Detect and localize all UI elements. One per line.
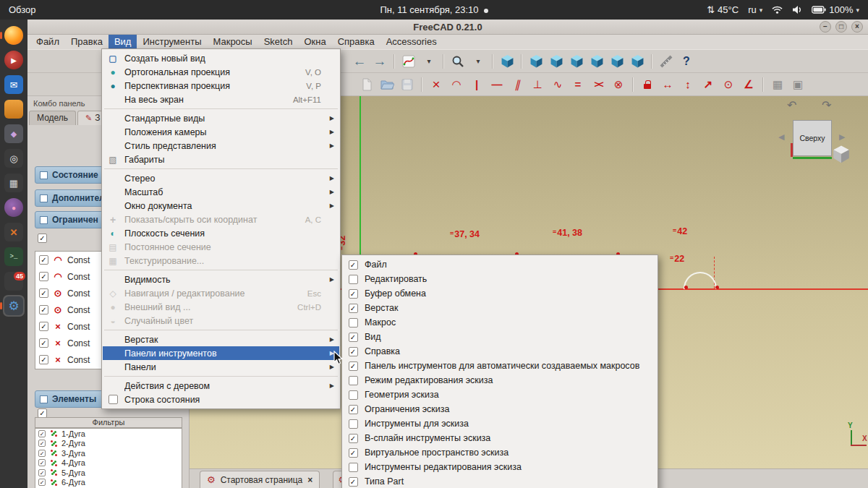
constraint-value-label[interactable]: =37, 34 xyxy=(450,229,480,239)
toolbar-button[interactable]: ← xyxy=(350,52,369,71)
rotate-left-icon[interactable]: ↶ xyxy=(787,98,796,112)
minimize-button[interactable]: − xyxy=(820,21,831,33)
screenshot-tool-launcher[interactable]: ◎ xyxy=(3,147,25,169)
menu-item[interactable]: Панели▶ xyxy=(103,360,339,374)
menu-item[interactable]: Стиль представления▶ xyxy=(103,139,339,153)
rotate-right-icon[interactable]: ↷ xyxy=(822,98,831,112)
sketch-arc[interactable] xyxy=(684,272,717,289)
sketch-point[interactable] xyxy=(715,286,719,289)
menu-item[interactable]: Положения камеры▶ xyxy=(103,125,339,139)
menu-item[interactable]: Создать новый вид xyxy=(103,51,339,65)
constraint-checkbox[interactable]: ✓ xyxy=(39,305,48,314)
window-titlebar[interactable]: FreeCAD 0.21.0 − □ × xyxy=(27,20,868,35)
menubar-item[interactable]: Sketch xyxy=(258,35,299,49)
menu-item[interactable]: Масштаб▶ xyxy=(103,185,339,199)
toolbar-button[interactable] xyxy=(638,75,657,94)
toolbar-button[interactable]: — xyxy=(488,75,506,94)
menu-item[interactable]: Внешний вид ...Ctrl+D xyxy=(103,300,339,314)
element-checkbox[interactable]: ✓ xyxy=(38,450,46,457)
element-checkbox[interactable]: ✓ xyxy=(38,430,46,437)
nav-right-arrow-icon[interactable]: ▶ xyxy=(839,132,845,142)
constraint-checkbox[interactable]: ✓ xyxy=(39,272,48,281)
toolbar-button[interactable] xyxy=(608,52,626,71)
sensors-launcher[interactable]: 45 xyxy=(3,270,25,292)
toolbar-button[interactable] xyxy=(357,75,376,94)
toolbar-button[interactable]: ↗ xyxy=(699,75,718,94)
constraint-checkbox[interactable]: ✓ xyxy=(39,255,48,265)
constraint-checkbox[interactable]: ✓ xyxy=(39,288,48,298)
mail-launcher[interactable]: ✉ xyxy=(3,74,25,95)
toolbar-button[interactable]: = xyxy=(569,75,587,94)
toolbar-toggle-item[interactable]: ✓Панель инструментов для автоматически с… xyxy=(343,359,657,373)
nav-left-arrow-icon[interactable]: ◀ xyxy=(778,132,784,142)
menubar-item[interactable]: Вид xyxy=(109,35,137,49)
menu-item[interactable]: Ортогональная проекцияV, O xyxy=(103,65,339,79)
toolbar-toggle-item[interactable]: ✓Верстак xyxy=(343,301,657,315)
menu-item[interactable]: Стандартные виды▶ xyxy=(103,111,339,125)
toolbar-button[interactable] xyxy=(567,52,586,71)
close-button[interactable]: × xyxy=(851,21,863,33)
messenger-launcher[interactable]: ● xyxy=(3,197,25,218)
toolbar-button[interactable]: ▦ xyxy=(768,75,787,94)
menu-item[interactable]: Габариты xyxy=(103,153,339,166)
toolbar-button[interactable] xyxy=(378,75,396,94)
toolbar-button[interactable]: ◠ xyxy=(447,75,466,94)
menubar-item[interactable]: Справка xyxy=(332,35,380,49)
constraint-checkbox[interactable]: ✓ xyxy=(39,355,48,364)
toolbar-toggle-item[interactable]: ✓Вид xyxy=(343,330,657,344)
menu-item[interactable]: Текстурирование... xyxy=(103,254,339,267)
clock[interactable]: Пн, 11 сентября, 23:10 xyxy=(0,4,868,15)
toolbar-toggle-item[interactable]: ✓B-сплайн инструменты эскиза xyxy=(343,431,657,445)
sketch-point[interactable] xyxy=(684,286,688,289)
element-row[interactable]: ✓3-Дуга xyxy=(35,448,182,458)
toolbar-button[interactable]: >< xyxy=(589,75,608,94)
freecad-launcher[interactable]: ⚙ xyxy=(3,295,25,317)
menu-item[interactable]: На весь экранAlt+F11 xyxy=(103,93,339,106)
element-row[interactable]: ✓2-Дуга xyxy=(35,439,182,449)
menu-item[interactable]: Навигация / редактированиеEsc xyxy=(103,286,339,300)
toolbar-button[interactable] xyxy=(527,52,545,71)
toolbar-button[interactable]: ∿ xyxy=(548,75,567,94)
navigation-cube[interactable]: ↶ ↷ ◀ ▶ Сверху xyxy=(774,100,854,172)
navcube-top-face[interactable]: Сверху xyxy=(793,120,832,156)
toolbar-toggle-item[interactable]: ✓Виртуальное пространство эскиза xyxy=(343,445,657,460)
menubar-item[interactable]: Accessories xyxy=(380,35,443,49)
menu-item[interactable]: Верстак▶ xyxy=(103,333,339,346)
element-row[interactable]: ✓1-Дуга xyxy=(35,429,182,439)
element-checkbox[interactable]: ✓ xyxy=(38,440,46,447)
menu-item[interactable]: Плоскость сечения xyxy=(103,226,339,240)
constraint-checkbox[interactable]: ✓ xyxy=(39,322,48,331)
menubar-item[interactable]: Инструменты xyxy=(137,35,207,49)
toolbar-button[interactable]: ⊙ xyxy=(719,75,738,94)
menubar-item[interactable]: Файл xyxy=(30,35,65,49)
firefox-launcher[interactable] xyxy=(3,25,25,46)
toolbar-toggle-item[interactable]: ✓Типа Part xyxy=(343,474,657,488)
toolbar-button[interactable]: | xyxy=(467,75,486,94)
panel-tab[interactable]: Модель xyxy=(29,111,76,125)
toolbar-button[interactable] xyxy=(399,52,418,71)
files-launcher[interactable] xyxy=(3,98,25,120)
menu-item[interactable]: Действия с деревом▶ xyxy=(103,379,339,393)
toolbar-button[interactable]: ⊥ xyxy=(528,75,547,94)
constraint-checkbox[interactable]: ✓ xyxy=(39,338,48,348)
toolbar-toggle-item[interactable]: ✓Файл xyxy=(343,257,657,272)
toolbar-toggle-item[interactable]: Режим редактирования эскиза xyxy=(343,373,657,388)
constraint-value-label[interactable]: =41, 38 xyxy=(553,228,582,238)
toolbar-toggle-item[interactable]: Макрос xyxy=(343,315,657,330)
maximize-button[interactable]: □ xyxy=(835,21,847,33)
menu-item[interactable]: Перспективная проекцияV, P xyxy=(103,79,339,93)
toolbar-button[interactable]: ▾ xyxy=(420,52,438,71)
toolbar-toggle-item[interactable]: Геометрия эскиза xyxy=(343,388,657,402)
tweaks-launcher[interactable]: ✕ xyxy=(3,221,25,243)
auto-update-checkbox[interactable]: ✓ xyxy=(38,234,47,243)
toolbar-button[interactable]: ↕ xyxy=(678,75,697,94)
menu-item[interactable]: Окно документа▶ xyxy=(103,199,339,213)
toolbar-button[interactable]: → xyxy=(370,52,389,71)
toolbar-toggle-item[interactable]: ✓Справка xyxy=(343,344,657,359)
media-player-launcher[interactable]: ▶ xyxy=(3,49,25,71)
elements-list[interactable]: ✓1-Дуга✓2-Дуга✓3-Дуга✓4-Дуга✓5-Дуга✓6-Ду… xyxy=(35,428,182,488)
toolbar-button[interactable]: ∥ xyxy=(508,75,527,94)
toolbar-button[interactable] xyxy=(628,52,647,71)
menu-item[interactable]: Панели инструментов▶ xyxy=(103,346,339,360)
navcube-mini-cube-icon[interactable] xyxy=(832,145,851,166)
